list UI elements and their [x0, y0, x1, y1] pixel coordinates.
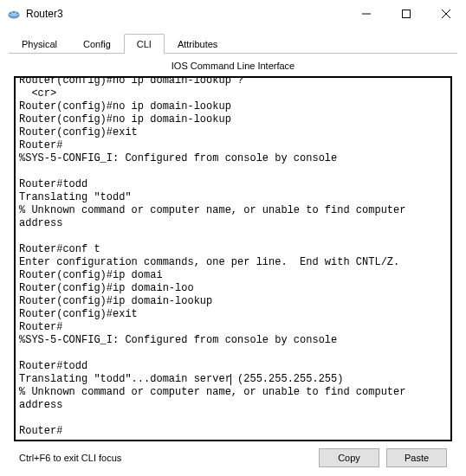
app-window: Router3 Physical Config CLI Attributes I…: [0, 0, 466, 476]
content-area: Physical Config CLI Attributes IOS Comma…: [0, 28, 466, 476]
tab-attributes[interactable]: Attributes: [165, 34, 230, 54]
svg-rect-3: [403, 10, 411, 18]
maximize-button[interactable]: [386, 0, 426, 28]
copy-button[interactable]: Copy: [319, 448, 379, 467]
router-icon: [7, 7, 21, 21]
tab-physical[interactable]: Physical: [9, 34, 70, 54]
paste-button[interactable]: Paste: [386, 448, 447, 467]
minimize-button[interactable]: [346, 0, 386, 28]
tab-bar: Physical Config CLI Attributes: [9, 33, 457, 54]
pane-title: IOS Command Line Interface: [9, 59, 457, 76]
close-button[interactable]: [426, 0, 466, 28]
tab-config[interactable]: Config: [70, 34, 124, 54]
titlebar: Router3: [0, 0, 466, 28]
cli-terminal[interactable]: Router(config)#no ip domain-l Router(con…: [16, 78, 450, 440]
window-controls: [346, 0, 466, 28]
window-title: Router3: [26, 8, 346, 20]
tab-cli[interactable]: CLI: [124, 34, 165, 54]
terminal-frame: Router(config)#no ip domain-l Router(con…: [14, 76, 452, 441]
cli-pane: IOS Command Line Interface Router(config…: [9, 54, 457, 476]
focus-hint: Ctrl+F6 to exit CLI focus: [19, 453, 312, 463]
footer: Ctrl+F6 to exit CLI focus Copy Paste: [9, 441, 457, 476]
